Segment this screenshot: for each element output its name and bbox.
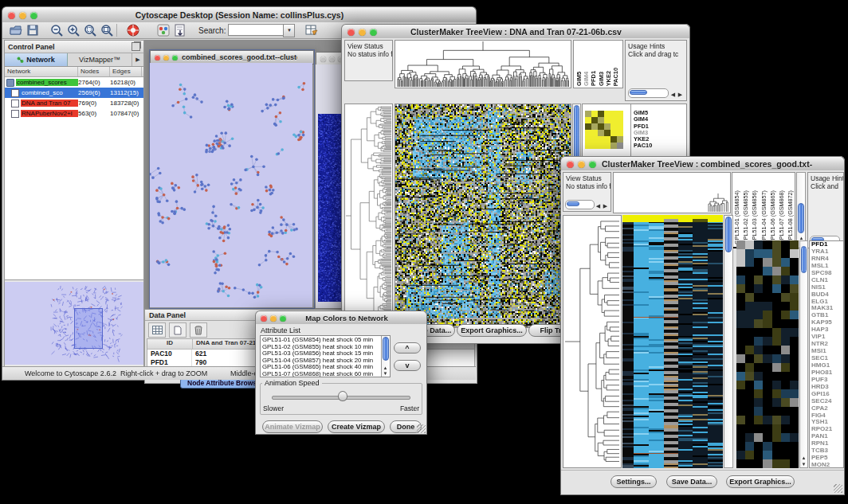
main-titlebar[interactable]: Cytoscape Desktop (Session Name: collins… (2, 6, 477, 24)
scroll-down-arrow[interactable]: ▼ (382, 371, 389, 376)
new-attribute-button[interactable] (169, 322, 186, 338)
scrollbar-thumb[interactable] (798, 203, 804, 233)
delete-attribute-button[interactable] (190, 322, 207, 338)
view-status-hscrollbar[interactable] (565, 200, 595, 209)
tv1-row-dendrogram[interactable] (344, 104, 393, 328)
move-down-button[interactable]: v (394, 360, 421, 371)
attribute-list[interactable]: GPL51-01 (GSM854) heat shock 05 minGPL51… (260, 335, 391, 377)
tv2-main-heatmap[interactable] (622, 215, 723, 468)
column-header-network[interactable]: Network (5, 67, 78, 76)
move-up-button[interactable]: ^ (394, 342, 421, 354)
float-panel-icon[interactable] (132, 42, 140, 51)
help-lifering-icon[interactable] (126, 23, 140, 37)
scrollbar-thumb[interactable] (725, 217, 732, 252)
treeview1-titlebar[interactable]: ClusterMaker TreeView : DNA and Tran 07-… (341, 24, 690, 40)
open-file-icon[interactable] (9, 23, 23, 37)
search-input[interactable] (228, 24, 283, 36)
button-save-data-[interactable]: Save Data... (666, 475, 717, 488)
close-button[interactable] (155, 55, 160, 61)
tab-network[interactable]: Network (5, 53, 68, 66)
scroll-up-arrow[interactable]: ▲ (800, 455, 807, 460)
attribute-item[interactable]: GPL51-07 (GSM868) heat shock 60 min (262, 371, 380, 378)
close-button[interactable] (261, 315, 267, 322)
id-column-header[interactable]: ID (147, 339, 193, 349)
usage-hscrollbar[interactable] (628, 88, 669, 98)
minimize-button[interactable] (163, 55, 169, 61)
scrollbar-thumb[interactable] (630, 90, 647, 95)
tv2-zoom-heatmap[interactable] (736, 240, 799, 468)
button-settings-[interactable]: Settings... (610, 475, 657, 488)
search-combobox[interactable]: ▼ (228, 24, 295, 37)
scroll-up-arrow[interactable]: ▲ (382, 365, 389, 370)
zoom-button[interactable] (589, 161, 596, 168)
matrix-cell (585, 143, 591, 149)
close-button[interactable] (567, 161, 574, 168)
resize-grip[interactable] (417, 424, 426, 433)
tv2-column-dendrogram[interactable] (613, 172, 731, 213)
zoom-fit-icon[interactable] (100, 23, 114, 37)
matrix-cell (604, 143, 610, 149)
zoom-in-icon[interactable] (66, 23, 80, 37)
treeview2-titlebar[interactable]: ClusterMaker TreeView : combined_scores_… (560, 156, 845, 172)
zoom-out-icon[interactable] (49, 23, 64, 37)
column-header-nodes[interactable]: Nodes (78, 67, 110, 76)
search-dropdown-arrow[interactable]: ▼ (283, 24, 295, 37)
tv2-labels-vscrollbar[interactable]: ▲ ▼ (796, 172, 806, 248)
minimize-button[interactable] (329, 57, 335, 62)
zoom-button[interactable] (30, 12, 37, 19)
zoom-button[interactable] (172, 55, 178, 61)
minimize-button[interactable] (270, 315, 277, 322)
scroll-left-arrow[interactable]: ◀ (669, 92, 677, 97)
matrix-cell (610, 143, 617, 149)
close-button[interactable] (8, 12, 15, 19)
scrollbar-thumb[interactable] (567, 201, 579, 206)
close-button[interactable] (320, 57, 326, 62)
select-attributes-button[interactable] (148, 322, 166, 338)
tv2-row-dendrogram[interactable] (563, 215, 622, 468)
import-attributes-icon[interactable] (173, 23, 187, 37)
resize-grip[interactable] (834, 484, 842, 493)
speed-slider-thumb[interactable] (338, 391, 347, 401)
button-export-graphics-[interactable]: Export Graphics... (457, 324, 527, 337)
tab-vizmapper[interactable]: VizMapper™ (68, 53, 132, 66)
tv1-zoom-heatmap[interactable] (585, 111, 623, 149)
minimize-button[interactable] (359, 29, 366, 36)
scrollbar-thumb[interactable] (383, 337, 389, 361)
network-list-row[interactable]: DNA and Tran 07769(0)183728(0) (5, 98, 143, 108)
column-header-edges[interactable]: Edges (110, 67, 142, 76)
scroll-right-arrow[interactable]: ▶ (602, 204, 609, 209)
column-label: GPL51-03 (GSM856) (751, 190, 758, 244)
save-icon[interactable] (26, 23, 40, 37)
network-list-row[interactable]: combined_scores2764(0)16218(0) (5, 77, 143, 88)
gene-label[interactable]: MON2 (811, 462, 833, 468)
zoom-button[interactable] (280, 315, 286, 322)
network-view-canvas[interactable] (150, 63, 312, 307)
tv1-main-heatmap[interactable] (395, 104, 571, 328)
button-export-graphics-[interactable]: Export Graphics... (726, 475, 795, 488)
tv2-genes-vscrollbar[interactable]: ▲ ▼ (799, 240, 808, 468)
scroll-down-arrow[interactable]: ▼ (800, 462, 807, 467)
attribute-list-vscrollbar[interactable]: ▲ ▼ (381, 336, 390, 377)
data-panel-title: Data Panel (149, 311, 186, 319)
matrix-cell (617, 123, 623, 130)
vizmapper-icon[interactable] (156, 23, 171, 37)
table-edit-icon[interactable] (304, 23, 319, 37)
network-overview-panel[interactable] (5, 282, 143, 365)
create-vizmap-button[interactable]: Create Vizmap (328, 420, 385, 433)
tv2-heatmap-vscrollbar[interactable] (724, 215, 733, 468)
scroll-right-arrow[interactable]: ▶ (677, 92, 684, 97)
animate-vizmap-button[interactable]: Animate Vizmap (262, 420, 323, 433)
tv1-column-dendrogram[interactable] (395, 40, 571, 88)
network-name: combined_scores (16, 79, 78, 86)
minimize-button[interactable] (578, 161, 585, 168)
zoom-selected-icon[interactable] (83, 23, 97, 37)
close-button[interactable] (347, 29, 355, 36)
tv2-gene-list[interactable]: PFD1YRA1RNR4MSL1SPC98CLN1NIS1BUD4ELG1MAK… (809, 240, 844, 468)
zoom-button[interactable] (370, 29, 377, 36)
scroll-left-arrow[interactable]: ◀ (595, 204, 602, 209)
scrollbar-thumb[interactable] (801, 246, 807, 273)
network-list-row[interactable]: combined_sco2569(6)13112(15) (5, 88, 143, 98)
tab-scroll-arrow[interactable]: ▶ (132, 53, 143, 66)
overview-viewport-rect[interactable] (74, 308, 103, 349)
minimize-button[interactable] (19, 12, 26, 19)
